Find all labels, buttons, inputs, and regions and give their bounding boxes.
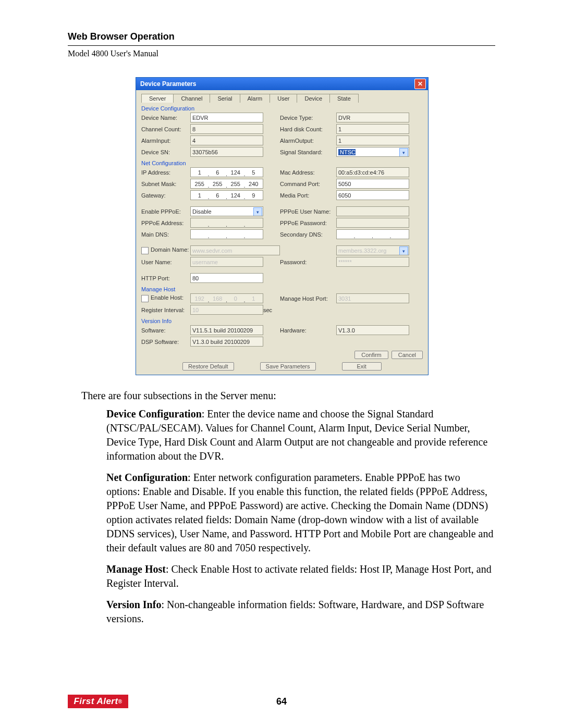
input-manage-host-port: 3031 bbox=[336, 293, 409, 303]
lbl-hdd-count: Hard disk Count: bbox=[280, 126, 336, 132]
restore-default-button[interactable]: Restore Default bbox=[182, 362, 234, 371]
lbl-command-port: Command Port: bbox=[280, 181, 336, 187]
lbl-subnet: Subnet Mask: bbox=[141, 181, 190, 187]
input-subnet-mask[interactable]: 255255255240 bbox=[190, 179, 263, 189]
group-device-config: Device Configuration bbox=[141, 105, 423, 112]
confirm-button[interactable]: Confirm bbox=[354, 351, 388, 359]
signal-value: NTSC bbox=[338, 149, 356, 155]
para-manage-host: Manage Host: Check Enable Host to activa… bbox=[106, 562, 495, 590]
brand-logo: First Alert® bbox=[68, 695, 128, 708]
group-version-info: Version Info bbox=[141, 318, 423, 324]
lbl-sec-unit: sec bbox=[263, 307, 280, 313]
lbl-register-interval: Register Interval: bbox=[141, 307, 190, 313]
input-pppoe-user bbox=[336, 206, 409, 216]
field-software: V11.5.1 build 20100209 bbox=[190, 325, 263, 335]
field-channel-count: 8 bbox=[190, 124, 263, 134]
device-parameters-dialog: Device Parameters ✕ Server Channel Seria… bbox=[136, 77, 429, 375]
close-icon[interactable]: ✕ bbox=[414, 79, 426, 89]
input-sec-dns[interactable] bbox=[336, 229, 409, 239]
field-dsp: V1.3.0 build 20100209 bbox=[190, 337, 263, 347]
input-media-port[interactable]: 6050 bbox=[336, 190, 409, 200]
input-username: username bbox=[190, 257, 263, 267]
lbl-manage-host-port: Manage Host Port: bbox=[280, 295, 336, 302]
input-ip-address[interactable]: 161245 bbox=[190, 167, 263, 177]
lbl-dsp: DSP Software: bbox=[141, 339, 190, 345]
input-password: ****** bbox=[336, 257, 409, 267]
tab-channel[interactable]: Channel bbox=[173, 94, 210, 103]
tab-state[interactable]: State bbox=[329, 94, 359, 103]
group-net-config: Net Configuration bbox=[141, 160, 423, 166]
lbl-channel-count: Channel Count: bbox=[141, 126, 190, 132]
lbl-sec-dns: Secondary DNS: bbox=[280, 231, 336, 238]
tab-server[interactable]: Server bbox=[141, 94, 174, 103]
chevron-down-icon[interactable]: ▾ bbox=[253, 207, 262, 216]
pppoe-value: Disable bbox=[192, 208, 212, 215]
lbl-ip: IP Address: bbox=[141, 169, 190, 176]
field-device-sn: 33075b56 bbox=[190, 147, 263, 157]
lbl-password: Password: bbox=[280, 259, 336, 265]
lbl-media-port: Media Port: bbox=[280, 192, 336, 199]
lbl-pppoe-pwd: PPPoE Password: bbox=[280, 220, 336, 226]
lbl-domain: Domain Name: bbox=[141, 246, 190, 254]
lbl-alarm-output: AlarmOutput: bbox=[280, 138, 336, 144]
tab-strip: Server Channel Serial Alarm User Device … bbox=[141, 93, 423, 102]
lead-text: There are four subsections in the Server… bbox=[81, 389, 495, 403]
lbl-device-type: Device Type: bbox=[280, 115, 336, 121]
input-device-name[interactable]: EDVR bbox=[190, 113, 263, 122]
select-domain-suffix: members.3322.org▾ bbox=[336, 245, 409, 255]
lbl-alarm-input: AlarmInput: bbox=[141, 138, 190, 144]
tab-alarm[interactable]: Alarm bbox=[240, 94, 271, 103]
lbl-main-dns: Main DNS: bbox=[141, 231, 190, 238]
cancel-button[interactable]: Cancel bbox=[391, 351, 423, 359]
tab-device[interactable]: Device bbox=[297, 94, 330, 103]
para-net-config: Net Configuration: Enter network configu… bbox=[106, 471, 495, 555]
lbl-http-port: HTTP Port: bbox=[141, 275, 190, 281]
lbl-software: Software: bbox=[141, 327, 190, 334]
input-http-port[interactable]: 80 bbox=[190, 273, 263, 283]
lbl-device-name: Device Name: bbox=[141, 115, 190, 121]
chevron-down-icon: ▾ bbox=[399, 246, 408, 255]
lbl-username: User Name: bbox=[141, 259, 190, 265]
field-hardware: V1.3.0 bbox=[336, 325, 409, 335]
select-signal-standard[interactable]: NTSC▾ bbox=[336, 147, 409, 157]
lbl-pppoe-addr: PPPoE Address: bbox=[141, 220, 190, 226]
lbl-mac: Mac Address: bbox=[280, 169, 336, 176]
input-pppoe-pwd bbox=[336, 218, 409, 228]
manual-subtitle: Model 4800 User's Manual bbox=[68, 49, 495, 58]
input-main-dns[interactable] bbox=[190, 229, 263, 239]
save-parameters-button[interactable]: Save Parameters bbox=[260, 362, 316, 371]
field-alarm-input: 4 bbox=[190, 135, 263, 145]
para-version-info: Version Info: Non-changeable information… bbox=[106, 598, 495, 626]
input-register-interval: 10 bbox=[190, 305, 263, 315]
lbl-enable-host: Enable Host: bbox=[141, 294, 190, 302]
field-device-type: DVR bbox=[336, 113, 409, 122]
field-hdd-count: 1 bbox=[336, 124, 409, 134]
select-enable-pppoe[interactable]: Disable▾ bbox=[190, 206, 263, 216]
dialog-title: Device Parameters bbox=[138, 80, 196, 88]
header-divider bbox=[68, 45, 495, 46]
exit-button[interactable]: Exit bbox=[342, 362, 382, 371]
lbl-pppoe-user: PPPoE User Name: bbox=[280, 208, 336, 215]
section-title: Web Browser Operation bbox=[68, 31, 495, 42]
lbl-signal-standard: Signal Standard: bbox=[280, 149, 336, 155]
input-pppoe-addr bbox=[190, 218, 263, 228]
tab-serial[interactable]: Serial bbox=[210, 94, 240, 103]
checkbox-enable-host[interactable] bbox=[141, 295, 149, 302]
input-command-port[interactable]: 5050 bbox=[336, 179, 409, 189]
field-alarm-output: 1 bbox=[336, 135, 409, 145]
page-number: 64 bbox=[276, 696, 287, 707]
lbl-enable-pppoe: Enable PPPoE: bbox=[141, 208, 190, 215]
input-domain: www.sedvr.com bbox=[190, 245, 280, 255]
input-host-ip: 19216801 bbox=[190, 293, 263, 303]
group-manage-host: Manage Host bbox=[141, 286, 423, 292]
tab-user[interactable]: User bbox=[270, 94, 297, 103]
lbl-device-sn: Device SN: bbox=[141, 149, 190, 155]
checkbox-domain[interactable] bbox=[141, 247, 149, 254]
para-device-config: Device Configuration: Enter the device n… bbox=[106, 407, 495, 463]
chevron-down-icon[interactable]: ▾ bbox=[399, 148, 408, 157]
lbl-gateway: Gateway: bbox=[141, 192, 190, 199]
field-mac: 00:a5:d3:cd:e4:76 bbox=[336, 167, 409, 177]
dialog-titlebar[interactable]: Device Parameters ✕ bbox=[136, 78, 428, 90]
input-gateway[interactable]: 161249 bbox=[190, 190, 263, 200]
lbl-hardware: Hardware: bbox=[280, 327, 336, 334]
